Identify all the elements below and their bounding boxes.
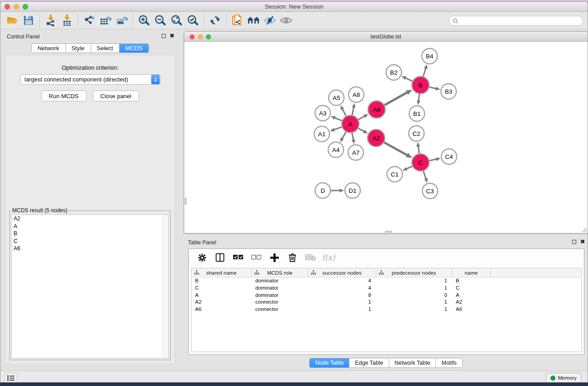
result-item-A2[interactable]: A2 bbox=[12, 215, 168, 223]
graph-node-B4[interactable]: B4 bbox=[422, 48, 437, 64]
canvas-hscroll-mark[interactable] bbox=[385, 231, 392, 233]
graph-edge-C-C3[interactable] bbox=[423, 171, 426, 179]
graph-edge-B-B3[interactable] bbox=[430, 87, 437, 89]
close-panel-icon[interactable]: ✖ bbox=[170, 33, 174, 38]
graph-edge-A6-B[interactable] bbox=[384, 92, 407, 105]
graph-node-C3[interactable]: C3 bbox=[422, 183, 438, 199]
graph-edge-A-A2[interactable] bbox=[359, 129, 365, 132]
graph-edge-A2-C[interactable] bbox=[384, 143, 408, 156]
graph-node-D1[interactable]: D1 bbox=[345, 183, 360, 198]
graph-edge-A-A4[interactable] bbox=[342, 132, 346, 139]
result-item-A6[interactable]: A6 bbox=[12, 245, 168, 253]
list-scrollbar[interactable] bbox=[163, 215, 168, 358]
graph-edge-B-B2[interactable] bbox=[405, 78, 412, 81]
mcds-result-list[interactable]: A2ABCA6 bbox=[11, 214, 169, 358]
save-session-button[interactable] bbox=[20, 13, 37, 28]
graph-edge-A-A6[interactable] bbox=[359, 116, 365, 119]
column-header-MCDS-role[interactable]: MCDS role bbox=[252, 268, 308, 277]
table-row[interactable]: Bdominator41B bbox=[191, 277, 581, 285]
table-row[interactable]: A6connector11A6 bbox=[191, 306, 581, 313]
graph-node-B[interactable]: B bbox=[412, 76, 429, 94]
graph-node-A6[interactable]: A6 bbox=[368, 101, 385, 118]
close-table-panel-icon[interactable]: ✖ bbox=[580, 239, 585, 244]
graph-node-C2[interactable]: C2 bbox=[409, 126, 424, 141]
graph-edge-B-B1[interactable] bbox=[418, 94, 419, 101]
graph-node-C4[interactable]: C4 bbox=[441, 149, 457, 164]
neighborhood-button[interactable] bbox=[245, 13, 262, 28]
refresh-button[interactable] bbox=[207, 13, 223, 28]
graph-node-D[interactable]: D bbox=[315, 183, 330, 198]
graph-node-A4[interactable]: A4 bbox=[328, 142, 344, 157]
tab-node-table[interactable]: Node Table bbox=[310, 358, 349, 367]
delete-column-button[interactable] bbox=[286, 251, 299, 264]
table-row[interactable]: Adominator80A bbox=[191, 292, 581, 299]
add-column-button[interactable] bbox=[268, 251, 281, 264]
graph-node-A3[interactable]: A3 bbox=[315, 105, 330, 121]
network-window-titlebar[interactable]: testGlobe.txt bbox=[184, 32, 588, 42]
float-panel-icon[interactable] bbox=[162, 34, 166, 38]
graph-node-C[interactable]: C bbox=[412, 154, 429, 171]
import-network-button[interactable] bbox=[43, 13, 59, 28]
deselect-all-columns-button[interactable] bbox=[249, 251, 263, 264]
column-header-successor-nodes[interactable]: successor nodes bbox=[308, 268, 376, 277]
resize-grip-icon[interactable] bbox=[581, 226, 587, 233]
graph-node-A[interactable]: A bbox=[342, 115, 359, 133]
tab-network-table[interactable]: Network Table bbox=[389, 358, 436, 367]
graph-edge-A-A8[interactable] bbox=[352, 107, 354, 115]
import-table-button[interactable] bbox=[59, 13, 75, 28]
open-session-button[interactable] bbox=[4, 13, 20, 28]
table-row[interactable]: A2connector11A2 bbox=[191, 299, 581, 306]
zoom-fit-button[interactable] bbox=[168, 13, 185, 28]
float-table-panel-icon[interactable] bbox=[572, 240, 576, 244]
graph-edge-C-C4[interactable] bbox=[430, 159, 437, 161]
graph-node-A7[interactable]: A7 bbox=[348, 145, 363, 160]
select-all-columns-button[interactable] bbox=[231, 251, 245, 264]
duplicate-network-button[interactable] bbox=[229, 13, 245, 28]
criterion-dropdown[interactable]: largest connected component (directed) ▲… bbox=[20, 74, 161, 85]
graph-node-B2[interactable]: B2 bbox=[386, 65, 402, 80]
tab-network[interactable]: Network bbox=[32, 44, 66, 52]
graph-edge-A-A3[interactable] bbox=[335, 118, 342, 121]
table-settings-button[interactable] bbox=[195, 251, 209, 264]
tab-style[interactable]: Style bbox=[66, 44, 91, 52]
task-history-button[interactable] bbox=[5, 373, 17, 382]
zoom-in-button[interactable] bbox=[136, 13, 152, 28]
zoom-out-button[interactable] bbox=[152, 13, 168, 28]
graph-node-B1[interactable]: B1 bbox=[409, 106, 425, 121]
graph-node-A8[interactable]: A8 bbox=[349, 87, 364, 102]
column-header-shared-name[interactable]: shared name bbox=[191, 268, 252, 277]
result-item-A[interactable]: A bbox=[12, 223, 168, 230]
column-header-name[interactable]: name bbox=[452, 268, 491, 277]
tab-mcds[interactable]: MCDS bbox=[120, 44, 148, 52]
run-mcds-button[interactable]: Run MCDS bbox=[41, 91, 86, 101]
close-panel-button[interactable]: Close panel bbox=[93, 91, 139, 101]
graph-node-C1[interactable]: C1 bbox=[387, 167, 402, 182]
memory-button[interactable]: Memory bbox=[546, 373, 581, 382]
graph-node-A2[interactable]: A2 bbox=[368, 129, 385, 147]
show-all-button[interactable] bbox=[278, 13, 294, 28]
graph-node-B3[interactable]: B3 bbox=[441, 84, 456, 99]
export-network-button[interactable] bbox=[81, 13, 97, 28]
table-row[interactable]: Cdominator41C bbox=[191, 285, 581, 292]
search-input[interactable] bbox=[459, 17, 583, 25]
graph-node-A5[interactable]: A5 bbox=[329, 90, 344, 105]
export-table-button[interactable] bbox=[97, 13, 114, 28]
network-canvas[interactable]: B4B2BB3A5A8A3A6B1AA1C2A2A4A7CC4C1C3DD1 bbox=[184, 42, 588, 233]
graph-edge-B-B4[interactable] bbox=[423, 68, 426, 76]
result-item-C[interactable]: C bbox=[12, 238, 168, 245]
zoom-selected-button[interactable] bbox=[185, 13, 201, 28]
graph-node-A1[interactable]: A1 bbox=[314, 126, 330, 142]
graph-edge-A-A1[interactable] bbox=[334, 127, 342, 130]
column-manager-button[interactable] bbox=[213, 251, 227, 264]
graph-edge-A-A7[interactable] bbox=[352, 133, 354, 140]
graph-edge-C-C2[interactable] bbox=[418, 146, 419, 153]
column-header-predecessor-nodes[interactable]: predecessor nodes bbox=[376, 268, 452, 277]
result-item-B[interactable]: B bbox=[12, 230, 168, 238]
hide-selected-button[interactable] bbox=[262, 13, 278, 28]
tab-select[interactable]: Select bbox=[91, 44, 120, 52]
canvas-vscroll-mark[interactable] bbox=[185, 198, 186, 205]
graph-edge-C-C1[interactable] bbox=[406, 166, 412, 169]
tab-motifs[interactable]: Motifs bbox=[436, 358, 462, 367]
graph-edge-A-A5[interactable] bbox=[342, 109, 346, 116]
export-image-button[interactable] bbox=[114, 13, 130, 28]
